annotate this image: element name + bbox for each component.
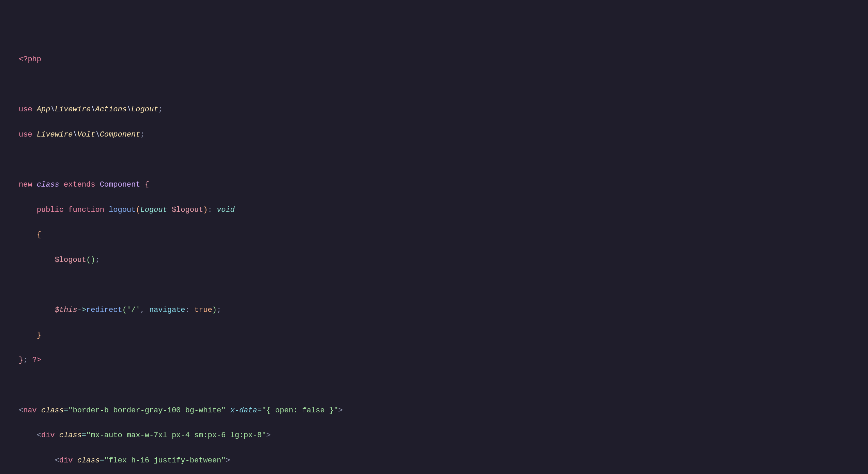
equals: = [82,431,86,440]
namespace-separator: \ [95,130,100,139]
code-editor[interactable]: <?php use App\Livewire\Actions\Logout; u… [19,53,868,474]
param-var: $logout [172,206,203,214]
bool-literal: true [194,306,212,314]
brace-open: { [145,180,149,189]
angle-open: < [37,431,41,440]
code-line: } [19,329,868,342]
html-tag: div [41,431,55,440]
semicolon: ; [95,256,100,264]
variable: $logout [55,256,86,264]
code-line: new class extends Component { [19,179,868,191]
semicolon: ; [217,306,221,314]
paren-close: ) [203,206,208,214]
attr-value: "flex h-16 justify-between" [104,456,226,465]
attr-value: "mx-auto max-w-7xl px-4 sm:px-6 lg:px-8" [86,431,266,440]
code-line: $logout(); [19,254,868,267]
semicolon: ; [158,105,163,114]
blank-line [19,279,868,292]
angle-close: > [226,456,230,465]
namespace-part: Livewire [55,105,91,114]
named-arg: navigate [149,306,185,314]
namespace-separator: \ [91,105,95,114]
string-literal: '/' [127,306,140,314]
colon: : [185,306,190,314]
equals: = [100,456,104,465]
keyword-class: class [37,180,59,189]
keyword-extends: extends [64,180,95,189]
html-tag: div [59,456,73,465]
paren-close: ) [212,306,217,314]
html-tag: nav [23,406,37,415]
brace-close: } [37,331,41,339]
namespace-part: Volt [77,130,95,139]
method-name: logout [109,206,136,214]
arrow-op: -> [77,306,86,314]
php-open-tag: <?php [19,55,41,64]
this-var: $this [55,306,77,314]
namespace-part: Logout [131,105,158,114]
param-type: Logout [140,206,167,214]
semicolon: ; [23,356,28,364]
colon: : [208,206,212,214]
namespace-part: Component [100,130,140,139]
angle-open: < [19,406,23,415]
keyword-function: function [68,206,104,214]
attr-value: "border-b border-gray-100 bg-white" [68,406,226,415]
blank-line [19,154,868,167]
class-name: Component [100,180,140,189]
code-line: public function logout(Logout $logout): … [19,204,868,217]
code-line: <?php [19,53,868,66]
code-line: use Livewire\Volt\Component; [19,129,868,141]
angle-close: > [338,406,342,415]
namespace-part: Actions [95,105,126,114]
code-line: <div class="mx-auto max-w-7xl px-4 sm:px… [19,429,868,442]
angle-open: < [55,456,59,465]
brace-close: } [19,356,23,364]
code-line: { [19,229,868,241]
blank-line [19,379,868,392]
code-line: $this->redirect('/', navigate: true); [19,304,868,317]
code-line: <div class="flex h-16 justify-between"> [19,455,868,467]
blank-line [19,79,868,91]
namespace-separator: \ [73,130,77,139]
keyword-use: use [19,130,32,139]
return-type: void [217,206,235,214]
method-call: redirect [86,306,122,314]
code-line: }; ?> [19,354,868,367]
equals: = [64,406,68,415]
brace-open: { [37,231,41,239]
attr-value: "{ open: false }" [262,406,338,415]
namespace-part: Livewire [37,130,73,139]
comma: , [140,306,144,314]
code-line: use App\Livewire\Actions\Logout; [19,104,868,116]
code-line: <nav class="border-b border-gray-100 bg-… [19,405,868,417]
equals: = [257,406,262,415]
semicolon: ; [140,130,144,139]
paren-open: ( [136,206,140,214]
paren-open: ( [122,306,127,314]
keyword-new: new [19,180,32,189]
namespace-part: App [37,105,50,114]
html-attr: class [77,456,100,465]
paren-open: ( [86,256,91,264]
keyword-use: use [19,105,32,114]
html-attr: class [41,406,64,415]
keyword-public: public [37,206,64,214]
namespace-separator: \ [50,105,55,114]
html-attr: class [59,431,82,440]
angle-close: > [266,431,271,440]
html-attr: x-data [230,406,257,415]
paren-close: ) [91,256,95,264]
php-close-tag: ?> [32,356,41,364]
namespace-separator: \ [127,105,131,114]
